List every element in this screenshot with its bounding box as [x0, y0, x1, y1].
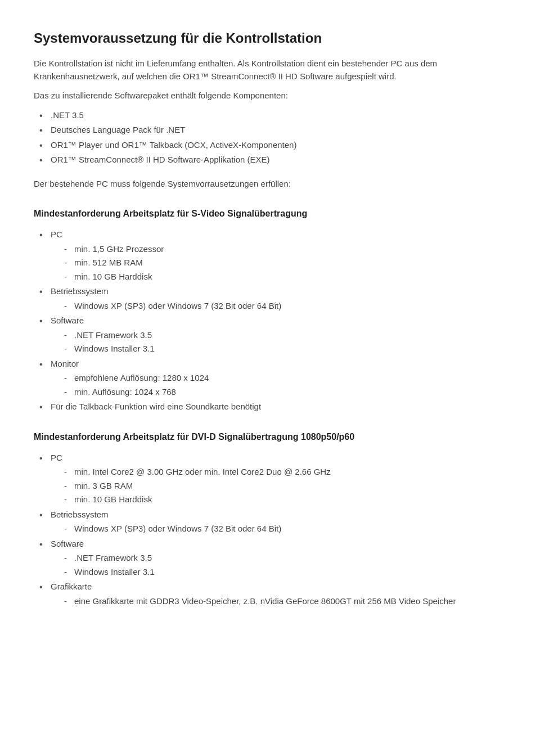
sub-list: .NET Framework 3.5Windows Installer 3.1 [51, 329, 506, 356]
sub-list-item: min. 10 GB Harddisk [64, 271, 506, 284]
sub-list-item: .NET Framework 3.5 [64, 552, 506, 565]
sub-list-item: .NET Framework 3.5 [64, 329, 506, 342]
sub-list-item: min. 512 MB RAM [64, 256, 506, 269]
list-item: Software.NET Framework 3.5Windows Instal… [39, 314, 506, 356]
sub-list-item: Windows Installer 3.1 [64, 343, 506, 356]
sub-list-item: eine Grafikkarte mit GDDR3 Video-Speiche… [64, 595, 506, 608]
page-title: Systemvoraussetzung für die Kontrollstat… [34, 28, 506, 48]
sub-list: .NET Framework 3.5Windows Installer 3.1 [51, 552, 506, 578]
sub-list-item: Windows Installer 3.1 [64, 566, 506, 579]
section1: Mindestanforderung Arbeitsplatz für S-Vi… [34, 207, 506, 413]
software-component-item: .NET 3.5 [39, 109, 506, 122]
sub-list: min. 1,5 GHz Prozessormin. 512 MB RAMmin… [51, 243, 506, 284]
sub-list: eine Grafikkarte mit GDDR3 Video-Speiche… [51, 595, 506, 608]
list-item: PCmin. Intel Core2 @ 3.00 GHz oder min. … [39, 452, 506, 506]
sub-list-item: min. Auflösung: 1024 x 768 [64, 386, 506, 399]
intro-paragraph-1: Die Kontrollstation ist nicht im Lieferu… [34, 57, 506, 83]
section2-list: PCmin. Intel Core2 @ 3.00 GHz oder min. … [34, 452, 506, 608]
software-components-list: .NET 3.5Deutsches Language Pack für .NET… [34, 109, 506, 166]
list-item: BetriebssystemWindows XP (SP3) oder Wind… [39, 508, 506, 536]
list-item: Monitorempfohlene Auflösung: 1280 x 1024… [39, 358, 506, 399]
sub-list: Windows XP (SP3) oder Windows 7 (32 Bit … [51, 523, 506, 536]
sub-list-item: Windows XP (SP3) oder Windows 7 (32 Bit … [64, 523, 506, 536]
sub-list: empfohlene Auflösung: 1280 x 1024min. Au… [51, 372, 506, 398]
intro-paragraph-2: Das zu installierende Softwarepaket enth… [34, 89, 506, 102]
section1-heading: Mindestanforderung Arbeitsplatz für S-Vi… [34, 207, 506, 220]
sub-list-item: Windows XP (SP3) oder Windows 7 (32 Bit … [64, 300, 506, 313]
section1-list: PCmin. 1,5 GHz Prozessormin. 512 MB RAMm… [34, 228, 506, 413]
software-component-item: Deutsches Language Pack für .NET [39, 124, 506, 137]
sub-list-item: min. 3 GB RAM [64, 480, 506, 493]
software-component-item: OR1™ Player und OR1™ Talkback (OCX, Acti… [39, 139, 506, 152]
requirements-intro: Der bestehende PC muss folgende Systemvo… [34, 178, 506, 191]
section2: Mindestanforderung Arbeitsplatz für DVI-… [34, 430, 506, 608]
sub-list-item: min. 10 GB Harddisk [64, 493, 506, 506]
sub-list-item: min. Intel Core2 @ 3.00 GHz oder min. In… [64, 466, 506, 479]
sub-list: Windows XP (SP3) oder Windows 7 (32 Bit … [51, 300, 506, 313]
software-component-item: OR1™ StreamConnect® II HD Software-Appli… [39, 154, 506, 166]
sub-list-item: empfohlene Auflösung: 1280 x 1024 [64, 372, 506, 385]
sub-list-item: min. 1,5 GHz Prozessor [64, 243, 506, 256]
section2-heading: Mindestanforderung Arbeitsplatz für DVI-… [34, 430, 506, 444]
list-item: Grafikkarteeine Grafikkarte mit GDDR3 Vi… [39, 580, 506, 608]
list-item: Für die Talkback-Funktion wird eine Soun… [39, 400, 506, 413]
list-item: Software.NET Framework 3.5Windows Instal… [39, 538, 506, 579]
sub-list: min. Intel Core2 @ 3.00 GHz oder min. In… [51, 466, 506, 506]
list-item: BetriebssystemWindows XP (SP3) oder Wind… [39, 285, 506, 312]
list-item: PCmin. 1,5 GHz Prozessormin. 512 MB RAMm… [39, 228, 506, 283]
